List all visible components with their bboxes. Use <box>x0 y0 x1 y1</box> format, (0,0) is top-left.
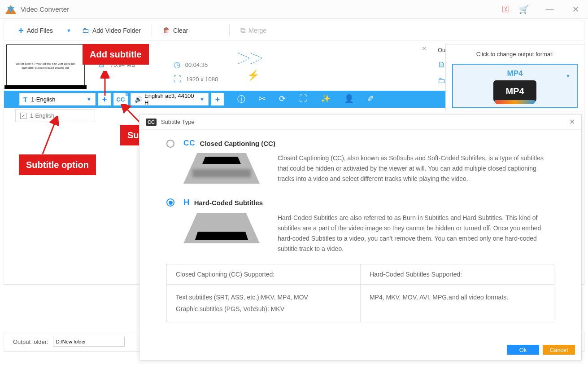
cc-figure <box>183 153 264 187</box>
format-panel-title: Click to change output format: <box>452 51 578 57</box>
dialog-footer: Ok Cancel <box>507 345 575 355</box>
effects-icon[interactable]: ✨ <box>321 94 331 105</box>
subtitle-t-icon: T <box>23 96 27 103</box>
gear-icon: ⚙ <box>125 92 129 97</box>
add-files-label: Add Files <box>27 27 53 34</box>
app-title: Video Converter <box>21 5 69 13</box>
thumb-bar <box>4 85 87 89</box>
clock-icon: ◷ <box>174 60 181 70</box>
titlebar: Video Converter ⚿ 🛒 — ✕ <box>0 0 588 19</box>
separator <box>229 24 230 37</box>
add-audio-button[interactable]: + <box>211 93 224 106</box>
cc-icon: CC <box>146 119 157 126</box>
clear-button[interactable]: 🗑 Clear <box>157 24 193 37</box>
key-icon[interactable]: ⚿ <box>502 4 510 14</box>
cc-support-line1: Text subtitles (SRT, ASS, etc.):MKV, MP4… <box>176 292 351 303</box>
cart-icon[interactable]: 🛒 <box>519 4 529 14</box>
cancel-button[interactable]: Cancel <box>543 345 575 355</box>
plus-icon: + <box>18 26 24 36</box>
chevron-down-icon: ▼ <box>566 73 571 79</box>
chevron-down-icon: ▼ <box>200 97 205 102</box>
dialog-body: CC Closed Captioning (CC) Closed Caption… <box>139 130 581 331</box>
callout-subtitle-option: Subtitle option <box>19 154 96 175</box>
subtitle-type-button[interactable]: CC⚙ <box>113 93 128 106</box>
subtitle-selected: 1-English <box>31 96 55 103</box>
folder-icon: 🗀 <box>438 76 446 85</box>
toolbar: + Add Files ▼ 🗀 Add Video Folder 🗑 Clear… <box>4 21 584 40</box>
audio-dropdown[interactable]: 🔊 English ac3, 44100 H ▼ <box>131 93 209 106</box>
thumb-text: We sat down a 7 year old and a 64 year o… <box>7 62 84 70</box>
hard-support-head: Hard-Coded Subtitles Supported: <box>361 264 554 285</box>
hard-support-line: MP4, MKV, MOV, AVI, MPG,and all video fo… <box>370 292 545 303</box>
add-folder-label: Add Video Folder <box>92 27 141 34</box>
subtitle-edit-icon[interactable]: ✐ <box>367 94 374 105</box>
crop-icon[interactable]: ⛶ <box>299 94 307 105</box>
info-icon[interactable]: ⓘ <box>237 94 245 105</box>
callout-add-subtitle: Add subtitle <box>83 44 149 65</box>
add-files-button[interactable]: + Add Files <box>13 23 58 39</box>
format-panel: Click to change output format: MP4 MP4 ▼ <box>445 44 584 111</box>
radio-cc[interactable] <box>166 140 174 148</box>
cut-icon[interactable]: ✂ <box>259 94 266 105</box>
mp4-badge: MP4 <box>493 80 536 102</box>
hard-label: H <box>183 198 190 207</box>
subtitle-type-dialog: CC Subtitle Type ✕ CC Closed Captioning … <box>139 114 582 361</box>
conversion-arrow: ⚡ <box>237 42 269 91</box>
merge-icon: ⧉ <box>240 26 245 35</box>
speaker-icon: 🔊 <box>135 96 142 103</box>
cc-title: Closed Captioning (CC) <box>200 140 275 147</box>
chevron-down-icon[interactable]: ▼ <box>66 28 71 33</box>
merge-button[interactable]: ⧉ Merge <box>235 24 272 37</box>
close-button[interactable]: ✕ <box>569 3 583 16</box>
radio-hard[interactable] <box>166 198 174 207</box>
format-label: MP4 <box>507 69 523 78</box>
resolution-icon: ⛶ <box>174 75 182 84</box>
ok-button[interactable]: Ok <box>507 345 539 355</box>
hard-description: Hard-Coded Subtitles are also referred t… <box>278 213 554 254</box>
folder-icon: 🗀 <box>82 26 89 35</box>
format-selector[interactable]: MP4 MP4 <box>452 64 578 108</box>
cc-label: CC <box>183 139 196 148</box>
hard-figure <box>183 213 264 246</box>
minimize-button[interactable]: — <box>542 3 558 16</box>
cc-support-head: Closed Captioning (CC) Supported: <box>167 264 360 285</box>
option-cc[interactable]: CC Closed Captioning (CC) Closed Caption… <box>166 139 554 187</box>
bolt-icon: ⚡ <box>237 70 269 81</box>
format-icon: 🗎 <box>438 60 446 70</box>
cc-description: Closed Captioning (CC), also known as So… <box>278 153 554 184</box>
source-duration: 00:04:35 <box>185 62 208 68</box>
app-logo <box>5 4 16 15</box>
output-folder-input[interactable] <box>53 337 125 347</box>
cc-support-line2: Graphic subtitles (PGS, VobSub): MKV <box>176 303 351 315</box>
option-hard[interactable]: H Hard-Coded Subtitles Hard-Coded Subtit… <box>166 198 554 254</box>
hard-title: Hard-Coded Subtitles <box>194 199 263 207</box>
video-thumbnail[interactable]: We sat down a 7 year old and a 64 year o… <box>6 44 85 87</box>
add-folder-button[interactable]: 🗀 Add Video Folder <box>77 24 146 37</box>
rotate-icon[interactable]: ⟳ <box>279 94 286 105</box>
arrow-annotation <box>100 71 109 98</box>
dialog-header: CC Subtitle Type ✕ <box>139 114 581 130</box>
trash-icon: 🗑 <box>163 26 170 35</box>
merge-label: Merge <box>248 27 266 34</box>
subtitle-checkbox[interactable]: ✓ <box>20 113 26 119</box>
watermark-icon[interactable]: 👤 <box>344 94 354 105</box>
clear-label: Clear <box>173 27 188 34</box>
audio-selected: English ac3, 44100 H <box>144 92 200 106</box>
separator <box>152 24 152 37</box>
source-resolution: 1920 x 1080 <box>186 76 218 83</box>
support-table: Closed Captioning (CC) Supported: Text s… <box>166 264 554 322</box>
arrow-annotation <box>31 116 67 156</box>
remove-item-button[interactable]: ✕ <box>422 45 427 52</box>
dialog-title: Subtitle Type <box>161 119 195 125</box>
chevron-down-icon: ▼ <box>87 97 91 102</box>
svg-line-1 <box>43 119 56 154</box>
subtitle-dropdown[interactable]: T 1-English ▼ <box>19 93 96 106</box>
output-folder-label: Output folder: <box>13 339 48 345</box>
dialog-close-button[interactable]: ✕ <box>569 118 575 126</box>
